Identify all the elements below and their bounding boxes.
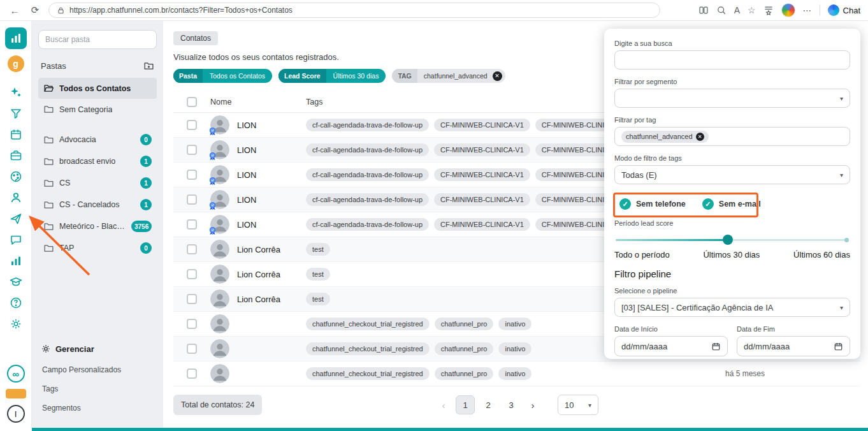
folder-item[interactable]: Sem Categoria	[38, 99, 157, 120]
date-end-value: dd/mm/aaaa	[744, 342, 790, 351]
tag-pill: cf-call-agendada-trava-de-follow-up	[306, 119, 429, 131]
tag-pill: chatfunnel_checkout_trial_registred	[306, 318, 430, 330]
row-checkbox[interactable]	[187, 244, 197, 254]
tag-filter-input[interactable]: chatfunnel_advanced ✕	[614, 127, 850, 146]
filter-chip[interactable]: Lead ScoreÚltimos 30 dias	[278, 69, 386, 83]
column-header-nome: Nome	[210, 98, 306, 106]
funnel-logo-badge[interactable]	[6, 389, 26, 398]
page-size-value: 10	[565, 400, 574, 410]
chat-bubble-icon[interactable]	[10, 233, 22, 246]
app-logo[interactable]	[5, 27, 27, 49]
folder-item[interactable]: CS1	[38, 172, 157, 194]
google-account-avatar[interactable]: g	[8, 55, 24, 72]
segment-select[interactable]: ▾	[614, 89, 850, 108]
back-button[interactable]: ←	[8, 5, 22, 16]
avatar	[210, 240, 229, 259]
pipeline-select[interactable]: [03] [SALES] - Certificação Agência de I…	[614, 298, 850, 317]
calendar-icon[interactable]	[834, 342, 843, 351]
folder-icon	[43, 243, 54, 254]
row-checkbox[interactable]	[187, 344, 197, 354]
folder-item[interactable]: Advocacia0	[38, 129, 157, 150]
row-checkbox[interactable]	[187, 120, 197, 130]
page-size-select[interactable]: 10 ▾	[558, 395, 598, 415]
page-button-2[interactable]: 2	[479, 395, 498, 414]
contacts-icon[interactable]	[10, 191, 22, 204]
prev-page-button[interactable]: ‹	[435, 395, 452, 414]
palette-icon[interactable]	[10, 170, 22, 183]
url-bar[interactable]: https://app.chatfunnel.com.br/contacts?F…	[48, 3, 660, 18]
contact-name-cell: Lion Corrêa	[210, 289, 306, 309]
slider-option[interactable]: Últimos 30 dias	[703, 250, 760, 259]
infinity-badge[interactable]: ∞	[7, 365, 25, 383]
manage-item[interactable]: Campo Personalizados	[41, 360, 154, 379]
filter-checkbox[interactable]: ✓Sem telefone	[619, 198, 686, 210]
chevron-down-icon: ▾	[840, 95, 843, 102]
folder-icon	[43, 221, 54, 232]
tag-pill: CF-MINIWEB-CLINICA-V1	[434, 119, 530, 131]
browser-menu-icon[interactable]: ⋯	[803, 5, 812, 15]
browser-chat-button[interactable]: Chat	[828, 4, 860, 16]
collections-icon[interactable]	[763, 5, 774, 15]
read-aloud-icon[interactable]: A	[734, 5, 740, 15]
avatar	[210, 364, 229, 383]
slider-option[interactable]: Últimos 60 dias	[793, 250, 850, 259]
help-icon[interactable]	[10, 296, 22, 309]
browser-profile-avatar[interactable]	[781, 3, 795, 17]
row-checkbox[interactable]	[187, 269, 197, 279]
next-page-button[interactable]: ›	[524, 395, 541, 414]
profile-initial-badge[interactable]: I	[7, 405, 25, 423]
split-screen-icon[interactable]	[698, 5, 709, 15]
filter-chip[interactable]: PastaTodos os Contatos	[173, 69, 272, 83]
academy-icon[interactable]	[10, 275, 22, 288]
folder-item[interactable]: Meteórico - Black...3756	[38, 216, 157, 237]
settings-icon[interactable]	[10, 318, 22, 330]
send-icon[interactable]	[10, 212, 22, 225]
tag-pill: test	[306, 268, 330, 281]
briefcase-icon[interactable]	[10, 149, 22, 162]
page-button-3[interactable]: 3	[502, 395, 521, 414]
page-title-chip: Contatos	[173, 31, 218, 45]
folder-item[interactable]: TAP0	[38, 237, 157, 259]
tag-pill: chatfunnel_pro	[435, 367, 494, 380]
manage-item[interactable]: Tags	[41, 379, 154, 398]
row-checkbox[interactable]	[187, 194, 197, 205]
folders-section-title: Pastas	[41, 61, 66, 71]
manage-item[interactable]: Segmentos	[41, 398, 154, 418]
magic-icon[interactable]	[10, 86, 22, 99]
remove-tag-icon[interactable]: ✕	[696, 133, 704, 141]
row-checkbox[interactable]	[187, 319, 197, 329]
tag-pill: inativo	[498, 367, 532, 380]
row-checkbox[interactable]	[187, 145, 197, 155]
filter-checkbox[interactable]: ✓Sem e-mail	[702, 198, 761, 210]
date-start-input[interactable]: dd/mm/aaaa	[614, 336, 728, 356]
folder-item[interactable]: CS - Cancelados1	[38, 194, 157, 216]
slider-end-dot	[844, 238, 849, 242]
refresh-button[interactable]: ⟳	[28, 4, 42, 16]
row-checkbox[interactable]	[187, 369, 197, 379]
row-checkbox[interactable]	[187, 219, 197, 230]
folder-search-input[interactable]	[38, 30, 157, 49]
analytics-icon[interactable]	[10, 254, 22, 267]
select-all-checkbox[interactable]	[187, 97, 197, 107]
tag-mode-select[interactable]: Todas (E) ▾	[614, 165, 850, 184]
lead-score-slider[interactable]	[616, 235, 849, 245]
calendar-icon[interactable]	[711, 342, 721, 351]
search-page-icon[interactable]	[716, 5, 727, 15]
favorites-star-icon[interactable]: ☆	[748, 5, 756, 15]
search-input[interactable]	[614, 50, 850, 69]
page-button-1[interactable]: 1	[456, 395, 475, 414]
row-checkbox[interactable]	[187, 294, 197, 304]
avatar-silhouette-icon	[210, 265, 229, 284]
contact-name-cell: LION	[210, 215, 306, 234]
slider-option[interactable]: Todo o período	[614, 250, 670, 259]
folder-item[interactable]: broadcast envio1	[38, 150, 157, 172]
calendar-icon[interactable]	[10, 128, 22, 141]
date-end-input[interactable]: dd/mm/aaaa	[737, 336, 850, 356]
folder-item[interactable]: Todos os Contatos	[38, 78, 157, 99]
new-folder-icon[interactable]	[143, 61, 154, 71]
slider-handle[interactable]	[723, 235, 733, 245]
row-checkbox[interactable]	[187, 170, 197, 180]
remove-filter-icon[interactable]: ✕	[493, 71, 502, 81]
filter-chip[interactable]: TAGchatfunnel_advanced✕	[392, 69, 505, 83]
filter-icon[interactable]	[10, 107, 22, 120]
